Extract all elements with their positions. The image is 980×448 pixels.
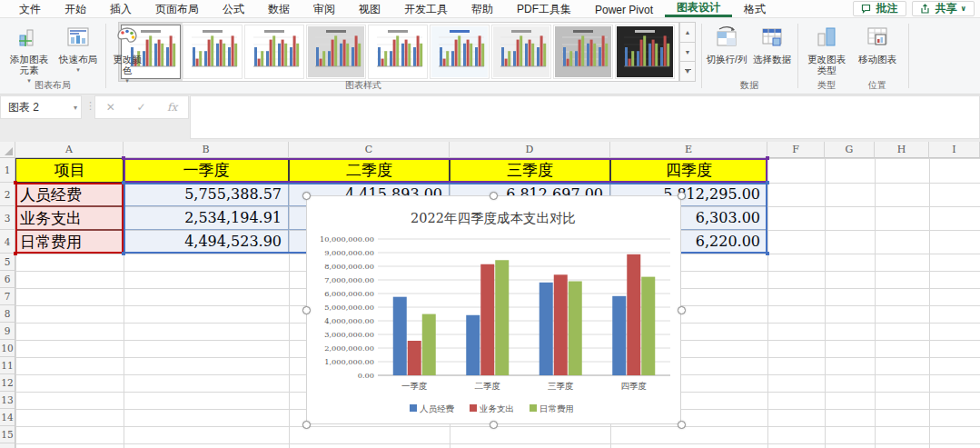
chart-style-thumbnail-样式6[interactable] xyxy=(430,25,490,79)
column-header-H[interactable]: H xyxy=(875,142,929,158)
svg-text:四季度: 四季度 xyxy=(621,381,648,391)
chart-style-thumbnail-样式8[interactable] xyxy=(553,25,613,79)
row-header-4[interactable]: 4 xyxy=(0,230,15,254)
chart-style-thumbnail-样式5[interactable] xyxy=(368,25,428,79)
svg-text:业务支出: 业务支出 xyxy=(479,403,514,413)
chart-resize-handle[interactable] xyxy=(302,306,311,314)
row-header-12[interactable]: 12 xyxy=(0,374,15,392)
svg-text:5,000,000.00: 5,000,000.00 xyxy=(324,303,374,312)
row-header-11[interactable]: 11 xyxy=(0,357,15,374)
svg-text:1,000,000.00: 1,000,000.00 xyxy=(324,357,374,366)
table-cell[interactable]: 2,534,194.91 xyxy=(124,206,289,230)
chart-canvas: 2022年四季度成本支出对比0.001,000,000.002,000,000.… xyxy=(307,196,680,423)
tab-视图[interactable]: 视图 xyxy=(347,0,392,17)
row-header-13[interactable]: 13 xyxy=(0,392,15,409)
column-header-A[interactable]: A xyxy=(15,142,124,158)
confirm-formula-icon[interactable]: ✓ xyxy=(136,101,145,114)
change-chart-type-button[interactable]: 更改图表类型 xyxy=(803,24,850,75)
chart-style-thumbnail-样式3[interactable] xyxy=(244,25,304,79)
excel-window: 文件开始插入页面布局公式数据审阅视图开发工具帮助PDF工具集Power Pivo… xyxy=(0,0,980,448)
column-header-D[interactable]: D xyxy=(450,142,610,158)
chart-styles-gallery xyxy=(118,22,679,82)
chart-resize-handle[interactable] xyxy=(678,192,686,200)
column-header-E[interactable]: E xyxy=(610,142,767,158)
tab-审阅[interactable]: 审阅 xyxy=(302,0,347,17)
ribbon: 添加图表元素 ▾ 快速布局 ▾ 图表布局 xyxy=(0,18,980,95)
chart-style-thumbnail-样式7[interactable] xyxy=(491,25,551,79)
chart-style-thumbnail-样式4[interactable] xyxy=(306,25,366,79)
row-header-3[interactable]: 3 xyxy=(0,206,15,230)
table-header-cell[interactable]: 二季度 xyxy=(289,158,450,183)
row-header-1[interactable]: 1 xyxy=(0,158,15,183)
table-cell[interactable]: 人员经费 xyxy=(15,183,124,206)
tab-文件[interactable]: 文件 xyxy=(7,0,53,17)
svg-text:3,000,000.00: 3,000,000.00 xyxy=(324,330,374,339)
row-header-2[interactable]: 2 xyxy=(0,183,15,206)
gallery-scroll-down-button[interactable]: ▼ xyxy=(679,43,696,63)
row-header-8[interactable]: 8 xyxy=(0,305,15,323)
table-header-cell[interactable]: 项目 xyxy=(15,158,124,183)
switch-row-column-button[interactable]: 切换行/列 xyxy=(705,24,748,65)
svg-text:0.00: 0.00 xyxy=(358,371,374,380)
cancel-formula-icon[interactable]: ✕ xyxy=(106,101,115,114)
insert-function-icon[interactable]: fx xyxy=(167,101,177,114)
svg-text:人员经费: 人员经费 xyxy=(420,403,455,413)
tab-PDF工具集[interactable]: PDF工具集 xyxy=(505,0,583,17)
row-header-9[interactable]: 9 xyxy=(0,323,15,340)
chart-object[interactable]: 2022年四季度成本支出对比0.001,000,000.002,000,000.… xyxy=(306,195,681,424)
change-chart-type-label: 更改图表类型 xyxy=(803,54,850,75)
row-header-14[interactable]: 14 xyxy=(0,409,15,426)
row-header-6[interactable]: 6 xyxy=(0,271,15,288)
tab-数据[interactable]: 数据 xyxy=(256,0,302,17)
change-colors-button[interactable]: 更改颜色 ▾ xyxy=(109,24,145,86)
svg-text:日常费用: 日常费用 xyxy=(539,403,574,413)
column-header-G[interactable]: G xyxy=(825,142,875,158)
chart-resize-handle[interactable] xyxy=(678,421,686,429)
select-all-corner[interactable] xyxy=(0,142,15,158)
quick-layout-button[interactable]: 快速布局 ▾ xyxy=(54,24,102,75)
row-header-16[interactable]: 16 xyxy=(0,443,15,448)
name-box[interactable]: 图表 2 ▾ xyxy=(0,95,82,119)
column-header-F[interactable]: F xyxy=(767,142,825,158)
chart-resize-handle[interactable] xyxy=(490,192,498,200)
column-header-I[interactable]: I xyxy=(929,142,980,158)
chart-resize-handle[interactable] xyxy=(678,306,686,314)
tab-公式[interactable]: 公式 xyxy=(211,0,256,17)
table-header-cell[interactable]: 四季度 xyxy=(610,158,767,183)
chart-style-thumbnail-样式9[interactable] xyxy=(615,25,675,79)
svg-text:8,000,000.00: 8,000,000.00 xyxy=(324,262,374,271)
row-header-7[interactable]: 7 xyxy=(0,288,15,305)
chart-resize-handle[interactable] xyxy=(302,192,311,200)
row-header-10[interactable]: 10 xyxy=(0,340,15,357)
tab-开发工具[interactable]: 开发工具 xyxy=(392,0,460,17)
table-header-cell[interactable]: 一季度 xyxy=(124,158,289,183)
select-data-button[interactable]: 选择数据 xyxy=(750,24,794,65)
table-header-cell[interactable]: 三季度 xyxy=(450,158,610,183)
share-button[interactable]: 共享 ∨ xyxy=(912,1,975,16)
table-cell[interactable]: 业务支出 xyxy=(15,206,124,230)
data-group-label: 数据 xyxy=(705,79,794,92)
table-cell[interactable]: 4,494,523.90 xyxy=(124,230,289,254)
chart-resize-handle[interactable] xyxy=(490,421,498,429)
tab-图表设计[interactable]: 图表设计 xyxy=(665,0,732,17)
tab-Power Pivot[interactable]: Power Pivot xyxy=(583,0,665,17)
row-header-5[interactable]: 5 xyxy=(0,254,15,271)
table-cell[interactable]: 5,755,388.57 xyxy=(124,183,289,206)
comments-button[interactable]: 批注 xyxy=(853,1,906,16)
chart-resize-handle[interactable] xyxy=(302,421,311,429)
gallery-scroll-up-button[interactable]: ▲ xyxy=(679,22,696,43)
add-chart-element-button[interactable]: 添加图表元素 ▾ xyxy=(5,24,53,86)
tab-开始[interactable]: 开始 xyxy=(53,0,98,17)
move-chart-button[interactable]: 移动图表 xyxy=(854,24,901,65)
tab-格式[interactable]: 格式 xyxy=(732,0,777,17)
tab-插入[interactable]: 插入 xyxy=(98,0,144,17)
column-header-B[interactable]: B xyxy=(124,142,289,158)
column-header-C[interactable]: C xyxy=(289,142,450,158)
tab-页面布局[interactable]: 页面布局 xyxy=(144,0,211,17)
row-header-15[interactable]: 15 xyxy=(0,426,15,443)
table-cell[interactable]: 日常费用 xyxy=(15,230,124,254)
chart-style-thumbnail-样式2[interactable] xyxy=(183,25,243,79)
gallery-more-button[interactable]: ▼ xyxy=(679,62,696,82)
formula-input[interactable] xyxy=(190,95,980,139)
tab-帮助[interactable]: 帮助 xyxy=(460,0,505,17)
